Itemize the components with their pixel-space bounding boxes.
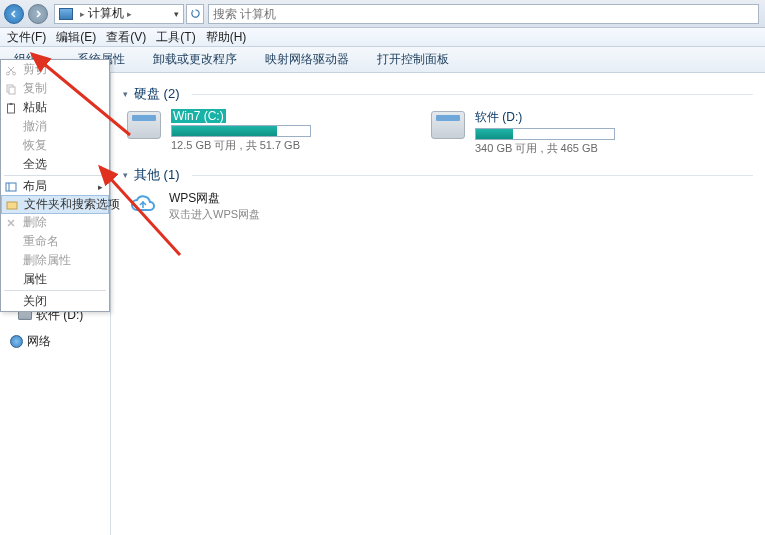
menu-help[interactable]: 帮助(H) (201, 27, 252, 48)
hard-drive-icon (431, 111, 465, 139)
menu-paste[interactable]: 粘贴 (1, 98, 109, 117)
tree-label: 网络 (27, 333, 51, 350)
map-network-drive-button[interactable]: 映射网络驱动器 (251, 51, 363, 68)
menu-close[interactable]: 关闭 (1, 292, 109, 311)
menu-close-label: 关闭 (23, 293, 47, 310)
search-box[interactable] (208, 4, 759, 24)
menu-edit[interactable]: 编辑(E) (51, 27, 101, 48)
arrow-right-icon (34, 10, 42, 18)
menu-tools[interactable]: 工具(T) (151, 27, 200, 48)
breadcrumb-label: 计算机 (88, 5, 124, 22)
arrow-left-icon (10, 10, 18, 18)
group-header-other[interactable]: ▾ 其他 (1) (123, 166, 753, 184)
tree-node-network[interactable]: 网络 (0, 333, 110, 349)
usage-bar (475, 128, 615, 140)
drive-name: Win7 (C:) (171, 109, 226, 123)
menu-rename-label: 重命名 (23, 233, 59, 250)
menu-redo[interactable]: 恢复 (1, 136, 109, 155)
menu-select-all-label: 全选 (23, 156, 47, 173)
paste-icon (5, 102, 17, 114)
svg-point-1 (13, 72, 16, 75)
cloud-drive-item[interactable]: WPS网盘 双击进入WPS网盘 (127, 190, 753, 222)
menu-bar: 文件(F) 编辑(E) 查看(V) 工具(T) 帮助(H) (0, 28, 765, 47)
delete-icon (5, 217, 17, 229)
cloud-icon (127, 190, 159, 218)
menu-folder-search-options-label: 文件夹和搜索选项 (24, 196, 120, 213)
drive-item-c[interactable]: Win7 (C:) 12.5 GB 可用 , 共 51.7 GB (127, 109, 407, 156)
nav-back-button[interactable] (4, 4, 24, 24)
menu-select-all[interactable]: 全选 (1, 155, 109, 174)
breadcrumb[interactable]: ▸ 计算机 ▸ ▾ (54, 4, 184, 24)
menu-redo-label: 恢复 (23, 137, 47, 154)
collapse-icon: ▾ (123, 170, 128, 180)
menu-delete-label: 删除 (23, 214, 47, 231)
svg-rect-3 (9, 87, 15, 94)
usage-bar (171, 125, 311, 137)
svg-rect-6 (6, 183, 16, 191)
collapse-icon: ▾ (123, 89, 128, 99)
drive-stats: 12.5 GB 可用 , 共 51.7 GB (171, 138, 407, 153)
usage-fill-d (476, 129, 513, 139)
menu-undo-label: 撤消 (23, 118, 47, 135)
group-header-disks[interactable]: ▾ 硬盘 (2) (123, 85, 753, 103)
computer-icon (59, 8, 73, 20)
drive-item-d[interactable]: 软件 (D:) 340 GB 可用 , 共 465 GB (431, 109, 711, 156)
menu-separator (4, 175, 106, 176)
menu-properties-label: 属性 (23, 271, 47, 288)
usage-fill-c (172, 126, 277, 136)
svg-rect-4 (8, 104, 15, 113)
svg-rect-8 (7, 202, 17, 209)
menu-cut[interactable]: 剪切 (1, 60, 109, 79)
chevron-right-icon: ▸ (127, 9, 132, 19)
menu-remove-properties[interactable]: 删除属性 (1, 251, 109, 270)
refresh-button[interactable] (186, 4, 204, 24)
menu-file[interactable]: 文件(F) (2, 27, 51, 48)
cut-icon (5, 64, 17, 76)
menu-undo[interactable]: 撤消 (1, 117, 109, 136)
group-label: 硬盘 (2) (134, 85, 180, 103)
network-icon (10, 335, 23, 348)
open-control-panel-button[interactable]: 打开控制面板 (363, 51, 463, 68)
uninstall-programs-button[interactable]: 卸载或更改程序 (139, 51, 251, 68)
search-input[interactable] (213, 7, 754, 21)
command-bar: 组织 ▼ 系统属性 卸载或更改程序 映射网络驱动器 打开控制面板 (0, 47, 765, 73)
menu-delete[interactable]: 删除 (1, 213, 109, 232)
svg-rect-5 (10, 103, 13, 105)
menu-layout-label: 布局 (23, 178, 47, 195)
menu-rename[interactable]: 重命名 (1, 232, 109, 251)
menu-copy-label: 复制 (23, 80, 47, 97)
copy-icon (5, 83, 17, 95)
menu-separator (4, 290, 106, 291)
menu-layout[interactable]: 布局 ▸ (1, 177, 109, 196)
hard-drive-icon (127, 111, 161, 139)
refresh-icon (190, 8, 201, 19)
menu-remove-properties-label: 删除属性 (23, 252, 71, 269)
menu-folder-search-options[interactable]: 文件夹和搜索选项 (1, 195, 109, 214)
folder-options-icon (6, 199, 18, 211)
menu-properties[interactable]: 属性 (1, 270, 109, 289)
address-bar: ▸ 计算机 ▸ ▾ (0, 0, 765, 28)
cloud-name: WPS网盘 (169, 190, 260, 207)
cloud-subtitle: 双击进入WPS网盘 (169, 207, 260, 222)
menu-paste-label: 粘贴 (23, 99, 47, 116)
content-pane: ▾ 硬盘 (2) Win7 (C:) 12.5 GB 可用 , 共 51.7 G… (110, 73, 765, 535)
chevron-down-icon[interactable]: ▾ (174, 9, 179, 19)
layout-icon (5, 181, 17, 193)
svg-point-0 (7, 72, 10, 75)
nav-forward-button[interactable] (28, 4, 48, 24)
menu-copy[interactable]: 复制 (1, 79, 109, 98)
drive-name: 软件 (D:) (475, 110, 522, 124)
menu-cut-label: 剪切 (23, 61, 47, 78)
group-label: 其他 (1) (134, 166, 180, 184)
menu-view[interactable]: 查看(V) (101, 27, 151, 48)
chevron-right-icon: ▸ (80, 9, 85, 19)
organize-menu: 剪切 复制 粘贴 撤消 恢复 全选 布局 ▸ 文件夹和搜索选项 (0, 59, 110, 312)
chevron-right-icon: ▸ (98, 182, 103, 192)
drive-stats: 340 GB 可用 , 共 465 GB (475, 141, 711, 156)
